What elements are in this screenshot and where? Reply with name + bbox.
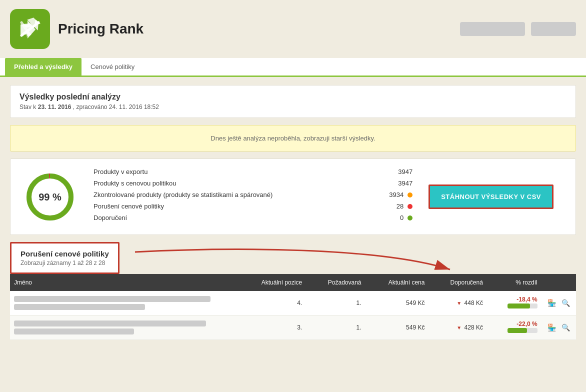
stats-row-3: Porušení cenové politiky 28 — [94, 202, 412, 210]
arrow-down-icon: ▼ — [456, 325, 462, 330]
header-left: Pricing Rank — [10, 9, 144, 49]
pozadovana-0: 1. — [306, 291, 365, 316]
stats-value-0: 3947 — [388, 168, 412, 176]
rozdil-0: -18,4 % — [487, 291, 542, 316]
product-name-1 — [10, 316, 236, 340]
pozice-1: 3. — [236, 316, 306, 340]
stav-date: 23. 11. 2016 — [38, 104, 72, 110]
pozice-0: 4. — [236, 291, 306, 316]
stats-value-3: 28 — [378, 202, 404, 210]
actions-1: 🏪 🔍 — [542, 316, 576, 340]
progress-bar-0 — [508, 304, 538, 308]
donut-chart: 99 % — [22, 170, 78, 224]
violations-box: Porušení cenové politiky Zobrazuji zázna… — [10, 242, 120, 274]
header-blur-2 — [531, 22, 576, 36]
result-stav: Stav k 23. 11. 2016 , zpracováno 24. 11.… — [20, 104, 566, 110]
stats-label-2: Zkontrolované produkty (produkty se stat… — [94, 191, 374, 198]
result-header-box: Výsledky poslední analýzy Stav k 23. 11.… — [10, 85, 576, 118]
table-header: Jméno Aktuální pozice Požadovaná Aktuáln… — [10, 274, 576, 291]
violations-title: Porušení cenové politiky — [20, 250, 109, 258]
stats-row-2: Zkontrolované produkty (produkty se stat… — [94, 191, 412, 198]
name-blur-line1 — [14, 320, 206, 326]
col-akce — [542, 274, 576, 291]
shop-icon-button-1[interactable]: 🏪 — [546, 322, 558, 332]
col-pozadovana: Požadovaná — [306, 274, 365, 291]
dot-green-icon — [408, 216, 412, 220]
stats-label-4: Doporučení — [94, 214, 374, 222]
table-row: 3. 1. 549 Kč ▼ 428 Kč -22,0 % 🏪 🔍 — [10, 316, 576, 340]
col-jmeno: Jméno — [10, 274, 236, 291]
name-blur-line2 — [14, 328, 134, 334]
result-title: Výsledky poslední analýzy — [20, 92, 566, 102]
stav-prefix: Stav k — [20, 104, 36, 110]
warning-text: Dnes ještě analýza neproběhla, zobrazuji… — [210, 134, 375, 142]
app-icon — [10, 9, 50, 49]
donut-label: 99 % — [38, 191, 62, 202]
table-body: 4. 1. 549 Kč ▼ 448 Kč -18,4 % 🏪 🔍 — [10, 291, 576, 340]
content: Výsledky poslední analýzy Stav k 23. 11.… — [0, 77, 586, 348]
shop-icon-button-0[interactable]: 🏪 — [546, 298, 558, 308]
search-icon-button-0[interactable]: 🔍 — [560, 298, 572, 308]
progress-fill-0 — [508, 304, 530, 308]
violations-area: Porušení cenové politiky Zobrazuji zázna… — [10, 242, 576, 274]
arrow-down-icon: ▼ — [456, 300, 462, 306]
dot-orange-icon — [408, 192, 412, 198]
violations-sub: Zobrazuji záznamy 1 až 28 z 28 — [20, 260, 109, 266]
col-aktualni-cena: Aktuální cena — [366, 274, 429, 291]
progress-fill-1 — [508, 328, 527, 333]
col-rozdil: % rozdíl — [487, 274, 542, 291]
name-blur-line1 — [14, 296, 210, 302]
aktualni-cena-1: 549 Kč — [366, 316, 429, 340]
dot-red-icon — [408, 204, 412, 209]
doporucena-1: ▼ 428 Kč — [428, 316, 486, 340]
stats-table: Produkty v exportu 3947 Produkty s cenov… — [94, 168, 412, 226]
progress-bar-1 — [508, 328, 538, 333]
warning-box: Dnes ještě analýza neproběhla, zobrazuji… — [10, 125, 576, 152]
product-name-0 — [10, 291, 236, 316]
stats-label-1: Produkty s cenovou politikou — [94, 180, 384, 187]
stats-value-2: 3934 — [378, 191, 404, 198]
stats-row-0: Produkty v exportu 3947 — [94, 168, 412, 176]
header-right — [460, 22, 576, 36]
stats-row-4: Doporučení 0 — [94, 214, 412, 222]
table-row: 4. 1. 549 Kč ▼ 448 Kč -18,4 % 🏪 🔍 — [10, 291, 576, 316]
app-title: Pricing Rank — [58, 21, 144, 37]
tabs-bar: Přehled a výsledky Cenové politiky — [0, 58, 586, 77]
tab-prehled[interactable]: Přehled a výsledky — [5, 58, 82, 76]
stats-value-1: 3947 — [388, 180, 412, 187]
header-blur-1 — [460, 22, 525, 36]
header: Pricing Rank — [0, 0, 586, 58]
stats-label-3: Porušení cenové politiky — [94, 202, 374, 210]
doporucena-0: ▼ 448 Kč — [428, 291, 486, 316]
name-blur-line2 — [14, 304, 145, 310]
stats-box: 99 % Produkty v exportu 3947 Produkty s … — [10, 158, 576, 235]
actions-0: 🏪 🔍 — [542, 291, 576, 316]
tab-cenove[interactable]: Cenové politiky — [82, 58, 144, 76]
stats-value-4: 0 — [378, 214, 404, 222]
col-pozice: Aktuální pozice — [236, 274, 306, 291]
col-doporucena: Doporučená — [428, 274, 486, 291]
stats-label-0: Produkty v exportu — [94, 168, 384, 176]
aktualni-cena-0: 549 Kč — [366, 291, 429, 316]
csv-btn-wrap: STÁHNOUT VÝSLEDKY V CSV — [428, 184, 564, 209]
data-table: Jméno Aktuální pozice Požadovaná Aktuáln… — [10, 274, 576, 340]
rozdil-1: -22,0 % — [487, 316, 542, 340]
csv-download-button[interactable]: STÁHNOUT VÝSLEDKY V CSV — [428, 184, 554, 209]
search-icon-button-1[interactable]: 🔍 — [560, 322, 572, 332]
stav-suffix: , zpracováno 24. 11. 2016 18:52 — [73, 104, 159, 110]
pozadovana-1: 1. — [306, 316, 365, 340]
stats-row-1: Produkty s cenovou politikou 3947 — [94, 180, 412, 187]
